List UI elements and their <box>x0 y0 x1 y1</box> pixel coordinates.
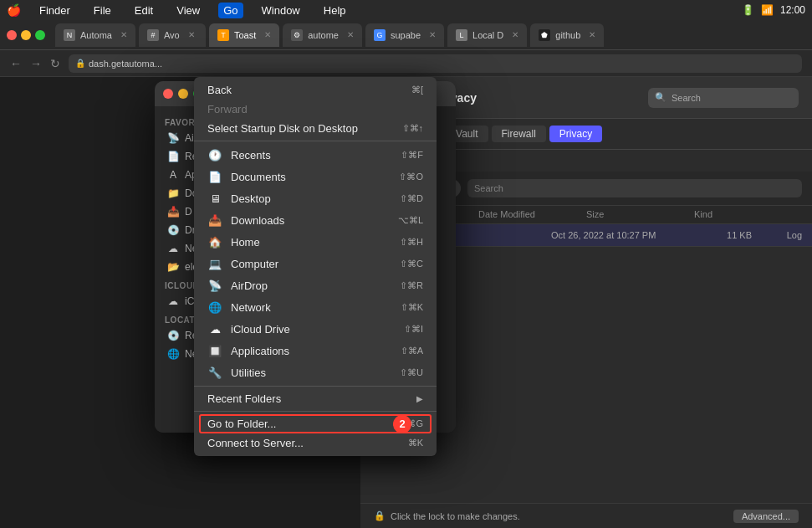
browser-tab-toast[interactable]: T Toast ✕ <box>209 23 279 47</box>
advanced-button[interactable]: Advanced... <box>733 510 799 523</box>
menu-item-downloads-label: Downloads <box>231 214 390 227</box>
menubar-window[interactable]: Window <box>257 3 305 18</box>
menu-item-home-label: Home <box>231 236 391 249</box>
apple-menu[interactable]: 🍎 <box>7 3 21 17</box>
menu-item-home[interactable]: 🏠 Home ⇧⌘H <box>194 231 437 253</box>
menu-item-applications-label: Applications <box>231 345 392 357</box>
browser-tab-autome[interactable]: ⚙ autome ✕ <box>283 23 362 47</box>
nextcloud-icon: ☁ <box>166 242 180 255</box>
security-search-box[interactable]: 🔍 Search <box>648 88 799 108</box>
menubar-view[interactable]: View <box>171 3 205 18</box>
finder-close[interactable] <box>163 89 173 99</box>
back-button[interactable]: ← <box>10 57 22 70</box>
menu-item-network-shortcut: ⇧⌘K <box>401 302 423 313</box>
menu-item-back[interactable]: Back ⌘[ <box>194 80 437 100</box>
url-bar[interactable]: 🔒 dash.getautoma... <box>69 54 802 73</box>
menubar-finder[interactable]: Finder <box>34 3 75 18</box>
browser-tab-github[interactable]: ⬟ github ✕ <box>530 23 604 47</box>
forward-button[interactable]: → <box>30 57 42 70</box>
reload-button[interactable]: ↻ <box>50 57 60 70</box>
dr-icon: 💿 <box>166 223 180 237</box>
airdrop-icon: 📡 <box>207 278 222 293</box>
menu-item-utilities-label: Utilities <box>231 367 391 379</box>
menu-item-utilities[interactable]: 🔧 Utilities ⇧⌘U <box>194 361 437 383</box>
home-icon: 🏠 <box>207 234 222 249</box>
close-button[interactable] <box>7 30 17 40</box>
menu-item-recent-folders-label: Recent Folders <box>207 392 408 405</box>
menu-item-goto-folder[interactable]: Go to Folder... ⇧⌘G 2 <box>194 414 437 433</box>
menu-item-network[interactable]: 🌐 Network ⇧⌘K <box>194 296 437 318</box>
menu-item-computer-shortcut: ⇧⌘C <box>400 259 423 269</box>
tab-firewall[interactable]: Firewall <box>492 126 546 142</box>
tab-close-supabe[interactable]: ✕ <box>429 30 436 39</box>
menu-item-startup-label: Select Startup Disk on Desktop <box>207 122 394 135</box>
battery-icon: 🔋 <box>742 4 754 16</box>
menu-item-forward[interactable]: Forward <box>194 100 437 119</box>
lock-text: Click the lock to make changes. <box>391 511 520 521</box>
menu-item-icloud-shortcut: ⇧⌘I <box>404 324 423 335</box>
do-icon: 📁 <box>166 187 180 200</box>
tab-close-github[interactable]: ✕ <box>589 30 595 39</box>
menu-item-applications[interactable]: 🔲 Applications ⇧⌘A <box>194 340 437 361</box>
ap-icon: A <box>166 168 180 182</box>
menubar-file[interactable]: File <box>89 3 116 18</box>
menu-item-startup[interactable]: Select Startup Disk on Desktop ⇧⌘↑ <box>194 119 437 138</box>
menu-downloads-icon: 📥 <box>207 213 222 228</box>
network-icon: 🌐 <box>166 347 180 361</box>
window-traffic-lights <box>7 30 45 40</box>
browser-tab-automa[interactable]: N Automa ✕ <box>55 23 135 47</box>
browser-tab-supabe[interactable]: G supabe ✕ <box>365 23 444 47</box>
tab-label-autome: autome <box>308 30 339 40</box>
menubar-right-area: 🔋 📶 12:00 <box>742 4 805 16</box>
menu-item-utilities-shortcut: ⇧⌘U <box>400 367 423 378</box>
file-search-box[interactable]: Search <box>467 179 802 197</box>
separator-1 <box>194 141 437 141</box>
separator-3 <box>194 411 437 412</box>
menubar-edit[interactable]: Edit <box>130 3 158 18</box>
menu-item-startup-shortcut: ⇧⌘↑ <box>402 123 424 134</box>
tab-close-localD[interactable]: ✕ <box>512 30 518 39</box>
tab-favicon-github: ⬟ <box>539 29 550 41</box>
remote-disc-icon: 💿 <box>166 329 180 342</box>
menu-item-recents[interactable]: 🕐 Recents ⇧⌘F <box>194 144 437 166</box>
re-icon: 📄 <box>166 150 180 163</box>
maximize-button[interactable] <box>35 30 45 40</box>
menu-item-desktop-shortcut: ⇧⌘D <box>400 193 423 204</box>
menu-item-airdrop[interactable]: 📡 AirDrop ⇧⌘R <box>194 274 437 296</box>
menu-network-icon: 🌐 <box>207 300 222 315</box>
content-area: Security & Privacy 🔍 Search General File… <box>0 77 812 528</box>
menubar-go[interactable]: Go <box>218 3 243 18</box>
menu-item-desktop-label: Desktop <box>231 192 391 205</box>
menu-item-recents-shortcut: ⇧⌘F <box>401 150 423 161</box>
tab-close-autome[interactable]: ✕ <box>347 30 354 39</box>
menu-item-recent-folders[interactable]: Recent Folders ▶ <box>194 389 437 408</box>
search-icon: 🔍 <box>655 92 666 103</box>
browser-tab-localD[interactable]: L Local D ✕ <box>447 23 527 47</box>
menu-item-documents[interactable]: 📄 Documents ⇧⌘O <box>194 166 437 187</box>
minimize-button[interactable] <box>21 30 31 40</box>
menu-item-network-label: Network <box>231 301 392 314</box>
menu-item-applications-shortcut: ⇧⌘A <box>401 346 423 356</box>
tab-close-avo[interactable]: ✕ <box>188 30 195 39</box>
menu-item-connect-server[interactable]: Connect to Server... ⌘K <box>194 433 437 453</box>
submenu-arrow-icon: ▶ <box>416 394 423 403</box>
finder-minimize[interactable] <box>178 89 188 99</box>
tab-close-automa[interactable]: ✕ <box>120 30 127 39</box>
tab-favicon-automa: N <box>64 29 75 41</box>
tab-close-toast[interactable]: ✕ <box>264 30 271 39</box>
menu-item-icloud-drive[interactable]: ☁ iCloud Drive ⇧⌘I <box>194 318 437 340</box>
wifi-icon: 📶 <box>761 4 774 16</box>
menu-item-downloads[interactable]: 📥 Downloads ⌥⌘L <box>194 209 437 231</box>
tab-label-supabe: supabe <box>391 30 421 40</box>
browser-tab-avo[interactable]: # Avo ✕ <box>139 23 206 47</box>
go-menu: Back ⌘[ Forward Select Startup Disk on D… <box>194 77 437 456</box>
lock-area[interactable]: 🔒 Click the lock to make changes. <box>374 510 520 521</box>
menubar-help[interactable]: Help <box>319 3 351 18</box>
step-badge: 2 <box>393 415 411 433</box>
menu-item-desktop[interactable]: 🖥 Desktop ⇧⌘D <box>194 187 437 209</box>
menu-item-computer[interactable]: 💻 Computer ⇧⌘C <box>194 253 437 274</box>
tab-label-github: github <box>555 30 580 40</box>
tab-favicon-avo: # <box>147 29 159 41</box>
file-kind: Log <box>752 230 802 240</box>
tab-privacy[interactable]: Privacy <box>549 126 602 142</box>
